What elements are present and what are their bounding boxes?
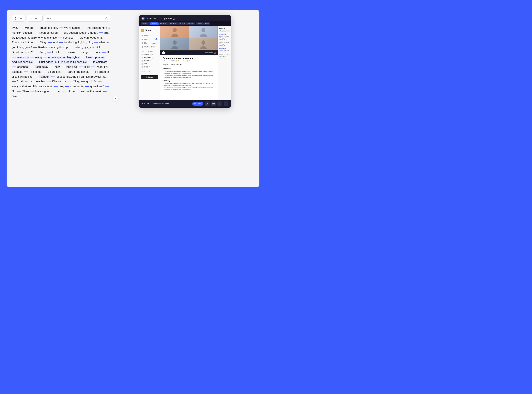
- meeting-title: Weekly alignment: [153, 103, 190, 105]
- comment-search[interactable]: 🔍 Searc...: [219, 30, 230, 32]
- person-1: [160, 26, 189, 38]
- tab-screen[interactable]: Screen n...: [159, 22, 169, 25]
- video-icon: ▶: [141, 17, 145, 20]
- action-item-1: The client needs a secure and reliable p…: [162, 70, 215, 74]
- svg-point-9: [202, 28, 205, 32]
- comment-1: Dima Eremi... Contrary to piece of clei …: [219, 34, 230, 40]
- svg-point-11: [173, 40, 177, 45]
- chevron-right-icon: ▶: [115, 97, 117, 100]
- svg-point-1: [15, 19, 16, 19]
- action-item-2: The client needs a secure and reliable p…: [162, 75, 215, 79]
- tab-onboard[interactable]: Onboard: [150, 22, 159, 25]
- coll-engineering-label: Engineering: [144, 57, 153, 58]
- coll-ppc-icon: [141, 63, 143, 65]
- summary-title: Summary: [162, 80, 215, 82]
- sidebar-home-label: Home: [144, 35, 149, 36]
- video-header-title: Dima Eremin (You, presenting): [146, 17, 175, 20]
- tab-payment[interactable]: Paymen: [196, 22, 203, 25]
- template-row: Template: General notes ▾: [162, 63, 215, 66]
- template-value[interactable]: General notes: [170, 64, 179, 66]
- collection-engineering[interactable]: Engineering: [140, 56, 159, 59]
- more-options-button[interactable]: ⋯: [224, 101, 228, 106]
- person-silhouette-4: [199, 40, 208, 49]
- summary-item-1: The client needs a secure and reliable p…: [162, 83, 215, 86]
- svg-point-13: [202, 40, 205, 45]
- doc-meta: February 10, 2022 📁 Onboarding 🔗 Shared …: [162, 60, 215, 62]
- undo-button[interactable]: Undo: [27, 15, 42, 21]
- sidebar-item-library[interactable]: Private Library: [140, 45, 159, 49]
- sidebar-shared-label: Shared with me: [144, 42, 156, 44]
- doc-tag-onboarding: 📁 Onboarding: [176, 60, 186, 62]
- sidebar-updates-label: Updates: [144, 38, 150, 40]
- comment-search-placeholder: Searc...: [222, 30, 227, 32]
- tab-summary[interactable]: Summar...: [141, 22, 150, 25]
- comment-4: Contrary to piece of clei to populib b c…: [219, 54, 230, 59]
- svg-point-7: [173, 28, 177, 32]
- library-icon: [141, 46, 143, 48]
- comment-1-text: Contrary to piece of clei to populib b c…: [219, 36, 230, 40]
- tab-collision[interactable]: Collision: [187, 22, 195, 25]
- svg-point-12: [172, 46, 178, 49]
- volume-icon[interactable]: 🔊: [214, 52, 216, 54]
- cut-icon: [15, 17, 18, 20]
- coll-marketing-label: Marketing: [144, 60, 151, 62]
- bottom-separator: |: [151, 102, 151, 105]
- camera-button[interactable]: 📷: [211, 101, 216, 106]
- progress-bar[interactable]: [166, 53, 203, 53]
- transcript-area: away •••• without •••• creating a title.…: [12, 26, 110, 182]
- video-cell-2: [189, 26, 218, 38]
- collection-content[interactable]: Content: [140, 65, 159, 68]
- svg-point-8: [172, 34, 178, 37]
- coll-onboarding-label: Onboarding: [144, 53, 153, 55]
- svg-point-5: [106, 17, 107, 19]
- summary-item-2: The client needs a secure and reliable p…: [162, 87, 215, 91]
- person-silhouette-2: [199, 27, 208, 37]
- collection-marketing[interactable]: Marketing: [140, 59, 159, 62]
- coll-onboarding-icon: [141, 54, 143, 55]
- bluedot-app: B Bluedot Home Updates 1: [139, 26, 231, 100]
- active-status-label: Active: [196, 103, 201, 105]
- tab-extension[interactable]: Extensior: [169, 22, 178, 25]
- svg-marker-15: [163, 52, 164, 53]
- play-button[interactable]: [162, 51, 165, 54]
- action-items-title: Action Items: [162, 68, 215, 70]
- coll-content-icon: [141, 66, 143, 68]
- doc-date: February 10, 2022: [162, 60, 175, 62]
- tab-lp-bluec[interactable]: LP Bluec: [178, 22, 187, 25]
- person-4: [189, 38, 218, 50]
- svg-line-6: [107, 19, 108, 19]
- collection-ppc[interactable]: PPC: [140, 62, 159, 65]
- video-window: ▶ Dima Eremin (You, presenting) Summar..…: [139, 15, 231, 108]
- grid-button[interactable]: ⊞: [217, 101, 222, 106]
- collapse-button[interactable]: ▶: [113, 96, 118, 101]
- active-status-button[interactable]: Active: [192, 102, 203, 106]
- add-people-section: + Invite people: [139, 70, 160, 74]
- bottom-controls: Active 🎤 📷 ⊞ ⋯: [192, 101, 228, 106]
- video-header: ▶ Dima Eremin (You, presenting): [139, 15, 231, 21]
- invite-people-button[interactable]: + Invite people: [141, 71, 158, 73]
- microphone-button[interactable]: 🎤: [205, 101, 209, 106]
- person-silhouette-1: [171, 27, 179, 37]
- sidebar-item-shared[interactable]: Shared with me: [140, 41, 159, 45]
- add-video-button[interactable]: Add video: [141, 75, 158, 79]
- sidebar-item-updates[interactable]: Updates 1: [140, 38, 159, 41]
- comment-3: Ruslan Kha... Contrary to classical se..…: [219, 48, 230, 53]
- browser-tabs-bar: Summar... Onboard Screen n... Extensior …: [139, 21, 231, 26]
- search-box[interactable]: [44, 15, 110, 21]
- collection-onboarding[interactable]: Onboarding: [140, 53, 159, 56]
- doc-tag-shared: 🔗 Shared to work: [187, 60, 199, 62]
- cut-button[interactable]: Cut: [12, 15, 26, 21]
- cut-label: Cut: [19, 17, 22, 20]
- person-3: [160, 38, 189, 50]
- svg-line-4: [16, 18, 16, 18]
- logo-icon: B: [141, 29, 144, 32]
- svg-point-10: [200, 34, 207, 37]
- video-grid: [160, 26, 218, 51]
- summary-section: Summary The client needs a secure and re…: [162, 80, 215, 91]
- search-input[interactable]: [46, 17, 104, 20]
- comment-panel: Commen 🔍 Searc... Dima Eremi... Contrary…: [218, 26, 231, 100]
- comment-search-icon: 🔍: [220, 30, 221, 32]
- app-logo: B Bluedot: [139, 28, 160, 34]
- sidebar-item-home[interactable]: Home: [140, 34, 159, 37]
- tab-bluec[interactable]: Bluec: [204, 22, 210, 25]
